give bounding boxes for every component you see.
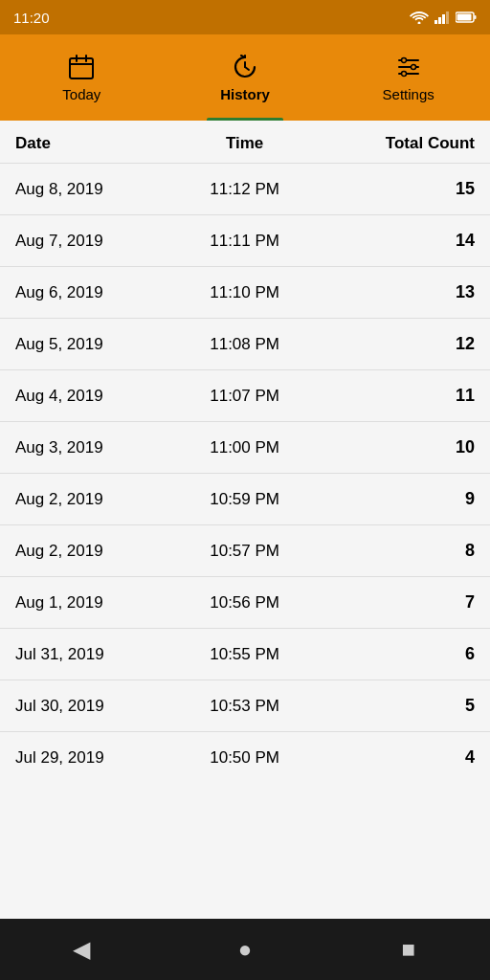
- bottom-nav-bar: ◀ ● ■: [0, 919, 490, 980]
- cell-count: 8: [317, 525, 490, 577]
- table-row[interactable]: Aug 8, 201911:12 PM15: [0, 164, 490, 215]
- history-table: Date Time Total Count Aug 8, 201911:12 P…: [0, 121, 490, 783]
- back-button[interactable]: ◀: [58, 926, 104, 972]
- svg-point-18: [411, 64, 415, 69]
- cell-date: Jul 30, 2019: [0, 680, 172, 732]
- svg-rect-4: [446, 11, 449, 24]
- cell-time: 11:10 PM: [172, 267, 317, 319]
- table-row[interactable]: Aug 2, 201910:57 PM8: [0, 525, 490, 577]
- cell-date: Aug 5, 2019: [0, 319, 172, 370]
- battery-icon: [456, 11, 477, 23]
- settings-icon: [395, 54, 422, 80]
- cell-date: Aug 1, 2019: [0, 577, 172, 629]
- cell-date: Aug 4, 2019: [0, 370, 172, 422]
- history-icon: [232, 54, 258, 80]
- cell-count: 4: [317, 732, 490, 784]
- table-row[interactable]: Jul 31, 201910:55 PM6: [0, 629, 490, 680]
- svg-rect-8: [70, 58, 93, 78]
- table-row[interactable]: Jul 30, 201910:53 PM5: [0, 680, 490, 732]
- recent-button[interactable]: ■: [386, 926, 432, 972]
- cell-time: 11:00 PM: [172, 422, 317, 474]
- cell-time: 11:12 PM: [172, 164, 317, 215]
- signal-icon: [434, 11, 450, 24]
- cell-time: 10:59 PM: [172, 474, 317, 525]
- cell-date: Aug 8, 2019: [0, 164, 172, 215]
- svg-rect-6: [475, 15, 477, 19]
- cell-count: 10: [317, 422, 490, 474]
- cell-time: 11:07 PM: [172, 370, 317, 422]
- status-right: [410, 11, 477, 24]
- cell-time: 10:56 PM: [172, 577, 317, 629]
- cell-count: 6: [317, 629, 490, 680]
- status-time: 11:20: [13, 10, 50, 26]
- tab-settings[interactable]: Settings: [326, 34, 490, 121]
- history-table-container: Date Time Total Count Aug 8, 201911:12 P…: [0, 121, 490, 919]
- home-button[interactable]: ●: [222, 926, 268, 972]
- cell-date: Jul 31, 2019: [0, 629, 172, 680]
- table-row[interactable]: Aug 7, 201911:11 PM14: [0, 215, 490, 267]
- col-header-time: Time: [172, 121, 317, 164]
- table-row[interactable]: Jul 29, 201910:50 PM4: [0, 732, 490, 784]
- cell-date: Aug 7, 2019: [0, 215, 172, 267]
- cell-date: Aug 2, 2019: [0, 525, 172, 577]
- tab-history-label: History: [220, 86, 270, 102]
- svg-rect-2: [438, 17, 441, 24]
- cell-date: Aug 6, 2019: [0, 267, 172, 319]
- table-row[interactable]: Aug 6, 201911:10 PM13: [0, 267, 490, 319]
- cell-time: 11:11 PM: [172, 215, 317, 267]
- cell-time: 10:53 PM: [172, 680, 317, 732]
- tab-settings-label: Settings: [383, 86, 434, 102]
- status-left: 11:20: [13, 10, 50, 26]
- wifi-icon: [410, 11, 429, 24]
- table-row[interactable]: Aug 3, 201911:00 PM10: [0, 422, 490, 474]
- svg-line-13: [245, 67, 249, 70]
- table-row[interactable]: Aug 2, 201910:59 PM9: [0, 474, 490, 525]
- cell-date: Aug 3, 2019: [0, 422, 172, 474]
- cell-count: 13: [317, 267, 490, 319]
- tab-today-label: Today: [62, 86, 100, 102]
- tab-today[interactable]: Today: [0, 34, 164, 121]
- tab-bar: Today History Settings: [0, 34, 490, 121]
- table-row[interactable]: Aug 4, 201911:07 PM11: [0, 370, 490, 422]
- cell-date: Jul 29, 2019: [0, 732, 172, 784]
- cell-count: 9: [317, 474, 490, 525]
- svg-rect-7: [457, 14, 472, 21]
- table-row[interactable]: Aug 1, 201910:56 PM7: [0, 577, 490, 629]
- svg-point-0: [418, 22, 421, 25]
- calendar-icon: [68, 54, 95, 80]
- cell-count: 5: [317, 680, 490, 732]
- cell-count: 14: [317, 215, 490, 267]
- svg-point-19: [401, 71, 406, 76]
- cell-count: 12: [317, 319, 490, 370]
- cell-time: 10:55 PM: [172, 629, 317, 680]
- tab-history[interactable]: History: [164, 34, 327, 121]
- cell-count: 11: [317, 370, 490, 422]
- cell-date: Aug 2, 2019: [0, 474, 172, 525]
- status-bar: 11:20: [0, 0, 490, 34]
- col-header-date: Date: [0, 121, 172, 164]
- cell-time: 11:08 PM: [172, 319, 317, 370]
- svg-point-17: [401, 57, 406, 62]
- svg-rect-1: [434, 20, 437, 24]
- table-row[interactable]: Aug 5, 201911:08 PM12: [0, 319, 490, 370]
- cell-time: 10:50 PM: [172, 732, 317, 784]
- cell-count: 7: [317, 577, 490, 629]
- cell-count: 15: [317, 164, 490, 215]
- svg-rect-3: [442, 14, 445, 24]
- cell-time: 10:57 PM: [172, 525, 317, 577]
- col-header-count: Total Count: [317, 121, 490, 164]
